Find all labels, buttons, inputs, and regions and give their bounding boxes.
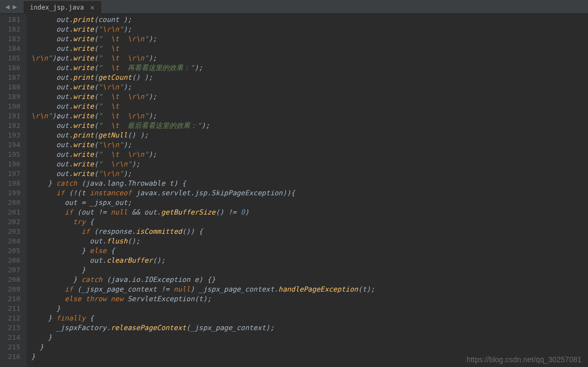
- code-line[interactable]: out.write(" \t \r\n");: [31, 92, 588, 102]
- line-number: 195: [4, 150, 20, 159]
- nav-back-icon[interactable]: ◀: [4, 3, 11, 11]
- close-icon[interactable]: ×: [88, 3, 96, 12]
- code-line[interactable]: if (_jspx_page_context != null) _jspx_pa…: [31, 285, 588, 294]
- nav-arrows: ◀ ▶: [0, 3, 22, 11]
- code-line[interactable]: out.clearBuffer();: [31, 256, 588, 265]
- line-number: 181: [4, 15, 20, 25]
- code-line[interactable]: out.write("\r\n");: [31, 25, 588, 34]
- line-number: 208: [4, 275, 20, 285]
- code-line[interactable]: out.print(getCount() );: [31, 73, 588, 82]
- line-number: 201: [4, 208, 20, 217]
- line-number: 204: [4, 236, 20, 246]
- code-line[interactable]: } catch (java.lang.Throwable t) {: [31, 179, 588, 188]
- line-number: 196: [4, 159, 20, 169]
- code-line[interactable]: out.write(" \t \r\n");: [31, 102, 588, 111]
- line-number: 198: [4, 179, 20, 188]
- code-line[interactable]: }: [31, 333, 588, 342]
- line-number: 216: [4, 352, 20, 362]
- line-number: 197: [4, 169, 20, 179]
- code-line[interactable]: if (response.isCommitted()) {: [31, 227, 588, 236]
- line-number: 213: [4, 323, 20, 333]
- line-number: 210: [4, 294, 20, 304]
- code-line[interactable]: } catch (java.io.IOException e) {}: [31, 275, 588, 285]
- code-line[interactable]: out.write(" \t \r\n");: [31, 34, 588, 44]
- code-line[interactable]: else throw new ServletException(t);: [31, 294, 588, 304]
- line-number: 185: [4, 53, 20, 63]
- code-line[interactable]: out = _jspx_out;: [31, 198, 588, 208]
- code-line[interactable]: if (!(t instanceof javax.servlet.jsp.Ski…: [31, 188, 588, 198]
- code-line[interactable]: }: [31, 342, 588, 352]
- code-line[interactable]: out.print(count );: [31, 15, 588, 25]
- line-number: 215: [4, 342, 20, 352]
- line-number: 189: [4, 92, 20, 102]
- tab-title: index_jsp.java: [30, 4, 84, 11]
- line-number: 184: [4, 44, 20, 53]
- code-line[interactable]: out.write(" \r\n");: [31, 159, 588, 169]
- line-number: 205: [4, 246, 20, 256]
- tab-bar: ◀ ▶ index_jsp.java ×: [0, 0, 588, 14]
- gutter: 1811821831841851861871881891901911921931…: [0, 14, 27, 367]
- code-area[interactable]: out.print(count ); out.write("\r\n"); ou…: [27, 14, 588, 367]
- line-number: 214: [4, 333, 20, 342]
- watermark: https://blog.csdn.net/qq_30257081: [466, 355, 582, 364]
- code-line[interactable]: try {: [31, 217, 588, 227]
- line-number: 207: [4, 265, 20, 275]
- editor[interactable]: 1811821831841851861871881891901911921931…: [0, 14, 588, 367]
- line-number: 203: [4, 227, 20, 236]
- line-number: 190: [4, 102, 20, 111]
- line-number: 209: [4, 285, 20, 294]
- code-line[interactable]: out.write("\r\n");: [31, 140, 588, 150]
- tab-index-jsp[interactable]: index_jsp.java ×: [24, 0, 101, 14]
- line-number: 206: [4, 256, 20, 265]
- code-line[interactable]: }: [31, 304, 588, 314]
- code-line[interactable]: out.write(" \t 再看看这里的效果：");: [31, 63, 588, 73]
- line-number: 188: [4, 82, 20, 92]
- line-number: 187: [4, 73, 20, 82]
- code-line[interactable]: _jspxFactory.releasePageContext(_jspx_pa…: [31, 323, 588, 333]
- code-line[interactable]: }: [31, 265, 588, 275]
- line-number: 199: [4, 188, 20, 198]
- line-number: 186: [4, 63, 20, 73]
- line-number: 182: [4, 25, 20, 34]
- line-number: 192: [4, 121, 20, 131]
- line-number: 212: [4, 314, 20, 323]
- code-line[interactable]: out.write("\r\n");: [31, 169, 588, 179]
- line-number: 194: [4, 140, 20, 150]
- code-line[interactable]: out.print(getNull() );: [31, 131, 588, 140]
- line-number: 183: [4, 34, 20, 44]
- code-line[interactable]: out.write(" \t \r\n");: [31, 53, 588, 63]
- line-number: 193: [4, 131, 20, 140]
- code-line[interactable]: } finally {: [31, 314, 588, 323]
- code-line[interactable]: } else {: [31, 246, 588, 256]
- line-number: 191: [4, 111, 20, 121]
- line-number: 200: [4, 198, 20, 208]
- code-line[interactable]: out.flush();: [31, 236, 588, 246]
- code-line[interactable]: if (out != null && out.getBufferSize() !…: [31, 208, 588, 217]
- code-line[interactable]: out.write(" \t \r\n");: [31, 111, 588, 121]
- nav-forward-icon[interactable]: ▶: [12, 3, 18, 11]
- line-number: 211: [4, 304, 20, 314]
- code-line[interactable]: out.write("\r\n");: [31, 82, 588, 92]
- code-line[interactable]: out.write(" \t \r\n");: [31, 44, 588, 53]
- line-number: 202: [4, 217, 20, 227]
- code-line[interactable]: out.write(" \t 最后看看这里的效果：");: [31, 121, 588, 131]
- code-line[interactable]: out.write(" \t \r\n");: [31, 150, 588, 159]
